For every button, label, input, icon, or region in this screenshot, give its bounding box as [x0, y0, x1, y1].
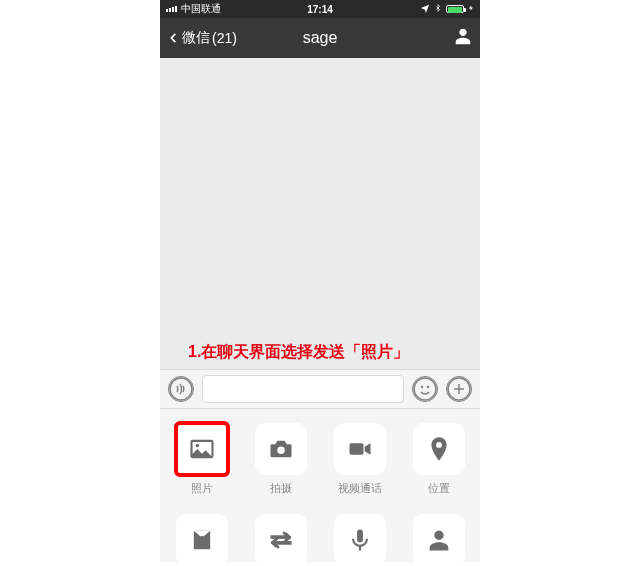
attach-item-voice-input[interactable]: 语音输入	[330, 514, 389, 562]
nav-bar: 微信 (21) sage	[160, 18, 480, 58]
location-pin-icon	[425, 435, 453, 463]
carrier-label: 中国联通	[181, 2, 221, 16]
person-icon	[425, 526, 453, 554]
more-button[interactable]	[446, 376, 472, 402]
status-left: 中国联通	[166, 2, 221, 16]
attach-item-red-packet[interactable]: 红包	[172, 514, 231, 562]
status-time: 17:14	[307, 4, 333, 15]
sound-wave-icon	[169, 376, 193, 402]
attach-item-video-call[interactable]: 视频通话	[330, 423, 389, 496]
svg-point-2	[421, 386, 423, 388]
red-packet-icon	[188, 526, 216, 554]
attach-label: 拍摄	[270, 481, 292, 496]
svg-point-11	[200, 536, 204, 540]
profile-button[interactable]	[452, 25, 474, 51]
smile-icon	[413, 376, 437, 402]
location-services-icon	[420, 3, 430, 15]
instruction-annotation: 1.在聊天界面选择发送「照片」	[160, 338, 480, 369]
emoji-button[interactable]	[412, 376, 438, 402]
profile-icon	[452, 25, 474, 47]
svg-rect-12	[357, 530, 363, 543]
svg-point-3	[427, 386, 429, 388]
video-icon	[346, 435, 374, 463]
message-input[interactable]	[202, 375, 404, 403]
attachment-grid: 照片 拍摄 视频通话	[172, 423, 468, 562]
transfer-icon	[267, 526, 295, 554]
photo-icon	[188, 435, 216, 463]
attachment-panel: 照片 拍摄 视频通话	[160, 409, 480, 562]
attach-item-photo[interactable]: 照片	[172, 423, 231, 496]
attach-label: 照片	[191, 481, 213, 496]
signal-icon	[166, 6, 177, 12]
back-count: (21)	[212, 30, 237, 46]
attach-item-transfer[interactable]: 转账	[251, 514, 310, 562]
phone-frame: 中国联通 17:14 微信 (21) sage	[160, 0, 480, 562]
attach-item-location[interactable]: 位置	[409, 423, 468, 496]
charging-icon	[468, 3, 474, 15]
svg-point-6	[195, 444, 199, 448]
svg-point-7	[277, 446, 284, 453]
status-bar: 中国联通 17:14	[160, 0, 480, 18]
status-right	[420, 3, 474, 15]
back-label: 微信	[182, 29, 210, 47]
plus-icon	[447, 376, 471, 402]
svg-point-9	[436, 442, 442, 448]
attach-label: 位置	[428, 481, 450, 496]
back-button[interactable]: 微信 (21)	[166, 29, 237, 47]
voice-toggle-button[interactable]	[168, 376, 194, 402]
bluetooth-icon	[434, 3, 442, 15]
attach-item-contact-card[interactable]: 个人名片	[409, 514, 468, 562]
chat-body[interactable]	[160, 58, 480, 338]
attach-label: 视频通话	[338, 481, 382, 496]
attach-item-camera[interactable]: 拍摄	[251, 423, 310, 496]
page-title: sage	[303, 29, 338, 47]
svg-rect-8	[349, 443, 363, 455]
battery-icon	[446, 5, 464, 13]
microphone-icon	[346, 526, 374, 554]
camera-icon	[267, 435, 295, 463]
svg-point-1	[414, 378, 436, 400]
chevron-left-icon	[166, 29, 180, 47]
input-bar	[160, 369, 480, 409]
